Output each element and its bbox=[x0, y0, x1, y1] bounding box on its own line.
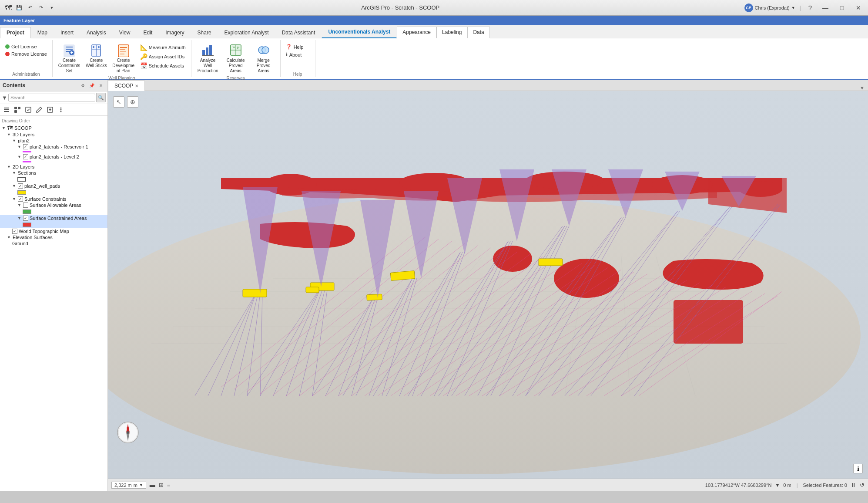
tree-item-scoop[interactable]: ▼ 🗺 SCOOP bbox=[0, 124, 107, 132]
tab-exploration-analyst[interactable]: Exploration Analyst bbox=[218, 27, 275, 38]
tab-map[interactable]: Map bbox=[31, 27, 54, 38]
tree-item-sections[interactable]: ▼ Sections bbox=[0, 170, 107, 176]
list-by-data-source-button[interactable] bbox=[13, 105, 22, 115]
list-by-drawing-order-button[interactable] bbox=[2, 105, 11, 115]
tab-share[interactable]: Share bbox=[191, 27, 218, 38]
help-topic-button[interactable]: ❓ Help bbox=[284, 43, 305, 51]
map-frame-button[interactable]: ⊞ bbox=[159, 482, 164, 488]
help-button[interactable]: ? bbox=[805, 3, 815, 13]
tab-labeling[interactable]: Labeling bbox=[436, 27, 467, 38]
tree-item-plan2-well-pads[interactable]: ▼ plan2_well_pads bbox=[0, 183, 107, 189]
status-left: 2,322 m m ▼ ▬ ⊞ ≡ bbox=[111, 482, 170, 489]
elevation-display: 0 m bbox=[783, 483, 791, 488]
plan2-well-pads-checkbox[interactable] bbox=[18, 183, 23, 189]
user-badge[interactable]: CE Chris (Exprodat) ▼ bbox=[744, 3, 795, 12]
customize-qa-button[interactable]: ▼ bbox=[47, 3, 57, 13]
tab-data-assistant[interactable]: Data Assistant bbox=[275, 27, 322, 38]
map-tab-close-button[interactable]: ✕ bbox=[135, 84, 138, 88]
more-options-button[interactable] bbox=[56, 105, 66, 115]
scale-dropdown-icon[interactable]: ▼ bbox=[139, 483, 143, 487]
plan2-lat-l2-checkbox[interactable] bbox=[23, 154, 28, 159]
pause-button[interactable]: ⏸ bbox=[851, 482, 856, 488]
tree-item-surface-constrained-areas[interactable]: ▼ Surface Constrained Areas bbox=[0, 215, 107, 221]
tree-item-plan2[interactable]: ▼ plan2 bbox=[0, 138, 107, 144]
close-button[interactable]: ✕ bbox=[852, 3, 865, 13]
svg-rect-32 bbox=[18, 107, 20, 109]
schedule-assets-button[interactable]: 📅 Schedule Assets bbox=[138, 61, 188, 70]
map-tabs: SCOOP ✕ ▼ bbox=[108, 80, 868, 91]
surface-allowable-swatch-row bbox=[0, 208, 107, 215]
tree-item-surface-constraints[interactable]: ▼ Surface Constraints bbox=[0, 196, 107, 202]
surface-allowable-checkbox[interactable] bbox=[23, 203, 28, 208]
get-license-button[interactable]: Get License bbox=[3, 43, 49, 50]
map-info-button[interactable]: ℹ bbox=[853, 464, 863, 473]
title-bar-right: CE Chris (Exprodat) ▼ | ? — □ ✕ bbox=[744, 3, 865, 13]
help-label: Help bbox=[284, 71, 312, 77]
tree-item-2d-layers[interactable]: ▼ 2D Layers bbox=[0, 164, 107, 170]
undo-button[interactable]: ↶ bbox=[25, 3, 35, 13]
tree-item-ground[interactable]: Ground bbox=[0, 240, 107, 246]
svg-rect-2 bbox=[66, 49, 73, 50]
tab-appearance[interactable]: Appearance bbox=[397, 27, 436, 38]
measure-azimuth-button[interactable]: 📐 Measure Azimuth bbox=[138, 43, 188, 52]
tab-edit[interactable]: Edit bbox=[137, 27, 159, 38]
map-tools-button[interactable]: ≡ bbox=[167, 482, 171, 488]
map-panel-options-button[interactable]: ▼ bbox=[860, 85, 865, 91]
tab-project[interactable]: Project bbox=[0, 27, 31, 38]
add-data-button[interactable] bbox=[45, 105, 55, 115]
tree-item-plan2-laterals-l2[interactable]: ▼ plan2_laterals - Level 2 bbox=[0, 154, 107, 160]
plan2-lat-r1-checkbox[interactable] bbox=[23, 144, 28, 149]
tree-item-surface-allowable-areas[interactable]: ▼ Surface Allowable Areas bbox=[0, 202, 107, 208]
create-constraints-set-button[interactable]: CreateConstraints Set bbox=[56, 42, 82, 75]
tab-data[interactable]: Data bbox=[467, 27, 489, 38]
world-topo-checkbox[interactable] bbox=[12, 229, 17, 234]
calculate-proved-areas-button[interactable]: 7² 8² CalculateProved Areas bbox=[223, 42, 249, 75]
plan2-label: plan2 bbox=[18, 138, 30, 143]
tab-unconventionals-analyst[interactable]: Unconventionals Analyst bbox=[322, 26, 397, 38]
tree-item-3d-layers[interactable]: ▼ 3D Layers bbox=[0, 132, 107, 138]
restore-button[interactable]: □ bbox=[836, 3, 848, 13]
navigate-button[interactable]: ⊕ bbox=[127, 96, 138, 108]
compass-control[interactable]: N bbox=[117, 421, 139, 444]
app-icon: 🗺 bbox=[3, 3, 13, 13]
tab-analysis[interactable]: Analysis bbox=[80, 27, 113, 38]
map-viewport[interactable]: ↖ ⊕ N ℹ bbox=[108, 91, 868, 479]
map-tab-scoop[interactable]: SCOOP ✕ bbox=[108, 81, 145, 91]
tree-item-world-topo-map[interactable]: World Topographic Map bbox=[0, 228, 107, 234]
surface-constrained-label: Surface Constrained Areas bbox=[30, 216, 87, 221]
3d-layers-expand-icon: ▼ bbox=[7, 132, 11, 137]
tab-view[interactable]: View bbox=[113, 27, 137, 38]
remove-license-button[interactable]: Remove License bbox=[3, 51, 49, 57]
tree-item-elevation-surfaces[interactable]: ▼ Elevation Surfaces bbox=[0, 234, 107, 240]
search-button[interactable]: 🔍 bbox=[96, 93, 106, 102]
redo-button[interactable]: ↷ bbox=[36, 3, 46, 13]
minimize-button[interactable]: — bbox=[819, 3, 831, 13]
edit-layer-button[interactable] bbox=[34, 105, 44, 115]
scoop-expand-icon: ▼ bbox=[2, 126, 6, 130]
about-button[interactable]: ℹ About bbox=[284, 51, 305, 58]
analyze-well-production-button[interactable]: Analyze WellProduction bbox=[195, 42, 221, 75]
contents-pin-button[interactable]: 📌 bbox=[88, 81, 96, 89]
status-right: 103.1779412°W 47.6680299°N ▼ 0 m | Selec… bbox=[705, 482, 865, 488]
contents-options-button[interactable]: ⚙ bbox=[79, 81, 87, 89]
save-button[interactable]: 💾 bbox=[14, 3, 24, 13]
contents-close-button[interactable]: ✕ bbox=[97, 81, 105, 89]
scale-bar-button[interactable]: ▬ bbox=[150, 482, 155, 488]
user-dropdown-icon[interactable]: ▼ bbox=[791, 6, 795, 10]
status-bar: 2,322 m m ▼ ▬ ⊞ ≡ 103.1779412°W 47.66802… bbox=[108, 479, 868, 491]
search-input[interactable] bbox=[8, 94, 95, 101]
list-by-selection-button[interactable] bbox=[23, 105, 33, 115]
create-development-plan-button[interactable]: CreateDevelopment Plan bbox=[111, 42, 137, 75]
tab-imagery[interactable]: Imagery bbox=[159, 27, 191, 38]
plan2-well-pads-color-swatch bbox=[17, 190, 26, 195]
scale-selector[interactable]: 2,322 m m ▼ bbox=[111, 482, 146, 489]
tree-item-plan2-laterals-r1[interactable]: ▼ plan2_laterals - Reservoir 1 bbox=[0, 144, 107, 150]
surface-constrained-checkbox[interactable] bbox=[23, 216, 28, 221]
navigate-up-button[interactable]: ↖ bbox=[113, 96, 124, 108]
surface-constraints-checkbox[interactable] bbox=[18, 196, 23, 202]
tab-insert[interactable]: Insert bbox=[54, 27, 80, 38]
assign-asset-ids-button[interactable]: 🔑 Assign Asset IDs bbox=[138, 52, 188, 61]
refresh-button[interactable]: ↺ bbox=[860, 482, 865, 488]
create-well-sticks-button[interactable]: CreateWell Sticks bbox=[84, 42, 109, 70]
merge-proved-areas-button[interactable]: MergeProved Areas bbox=[251, 42, 277, 75]
